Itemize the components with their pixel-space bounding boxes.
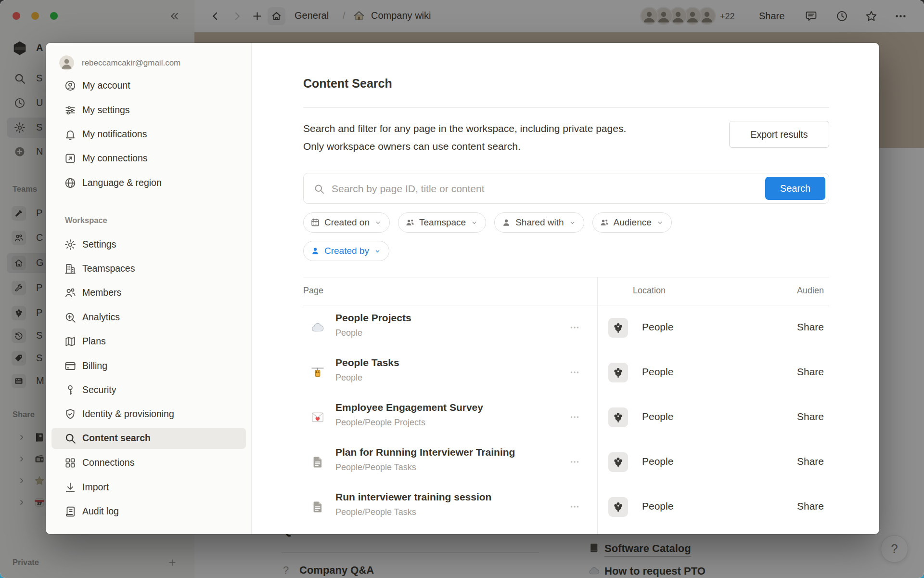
result-audience: Share [797, 321, 824, 333]
settings-nav-label: Import [82, 482, 109, 493]
search-button[interactable]: Search [765, 177, 825, 200]
filter-label: Teamspace [419, 217, 466, 228]
settings-nav-my-account[interactable]: My account [51, 75, 246, 96]
settings-nav-analytics[interactable]: Analytics [51, 307, 246, 328]
arrow-up-right-icon [64, 152, 77, 165]
settings-nav-import[interactable]: Import [51, 477, 246, 498]
row-more-options-icon[interactable] [567, 367, 582, 378]
settings-nav-label: Members [82, 287, 121, 298]
settings-nav-plans[interactable]: Plans [51, 331, 246, 352]
settings-nav-my-settings[interactable]: My settings [51, 100, 246, 121]
audit-icon [64, 505, 77, 518]
settings-nav-label: Analytics [82, 312, 120, 323]
row-more-options-icon[interactable] [567, 412, 582, 422]
cloud-icon [310, 320, 325, 335]
teamspace-tile [608, 407, 628, 427]
account-avatar [59, 55, 74, 70]
result-location: People [642, 366, 673, 378]
teamspace-tile [608, 497, 628, 517]
table-row[interactable]: People ProjectsPeoplePeopleShare [252, 305, 879, 350]
table-row[interactable]: Plan for Running Interviewer TrainingPeo… [252, 440, 879, 485]
teamspace-tile [608, 363, 628, 382]
teamspace-tile [608, 318, 628, 338]
settings-nav-identity-provisioning[interactable]: Identity & provisioning [51, 404, 246, 425]
people-fill-icon [600, 218, 609, 227]
table-row[interactable]: Employee Engagement SurveyPeople/People … [252, 395, 879, 440]
search-bar: Search [303, 173, 829, 204]
search-input[interactable] [331, 176, 756, 201]
analytics-icon [64, 311, 77, 324]
row-more-options-icon[interactable] [567, 501, 582, 512]
card-icon [64, 360, 77, 372]
chevron-down-icon [656, 219, 664, 226]
settings-nav-content-search[interactable]: Content search [51, 428, 246, 449]
result-page-title[interactable]: Plan for Running Interviewer Training [335, 447, 515, 458]
map-icon [64, 335, 77, 348]
settings-nav-label: Billing [82, 360, 107, 371]
result-page-title[interactable]: Employee Engagement Survey [335, 402, 483, 413]
settings-nav-security[interactable]: Security [51, 380, 246, 401]
settings-nav-audit-log[interactable]: Audit log [51, 501, 246, 522]
account-email: rebeccamcakir@gmail.com [82, 58, 180, 68]
settings-nav-label: Identity & provisioning [82, 408, 174, 420]
filter-chip-audience[interactable]: Audience [592, 212, 672, 233]
result-page-path: People [335, 373, 362, 383]
flower-icon [612, 500, 624, 513]
grid-icon [64, 457, 77, 469]
page-description: Search and filter for any page in the wo… [303, 119, 736, 155]
result-page-title[interactable]: Run interviewer training session [335, 491, 491, 503]
filter-chip-shared-with[interactable]: Shared with [494, 212, 584, 233]
settings-nav-label: My notifications [82, 129, 147, 140]
result-audience: Share [797, 366, 824, 378]
table-row[interactable]: People TasksPeoplePeopleShare [252, 350, 879, 395]
flower-icon [612, 366, 624, 379]
row-more-options-icon[interactable] [567, 322, 582, 333]
calendar-icon [310, 218, 320, 227]
column-header-page: Page [303, 286, 323, 296]
row-more-options-icon[interactable] [567, 457, 582, 467]
bell-icon [64, 128, 77, 141]
result-page-path: People [335, 328, 362, 338]
settings-nav-connections[interactable]: Connections [51, 452, 246, 473]
tram-icon [310, 365, 325, 380]
settings-nav-label: My connections [82, 153, 147, 164]
settings-nav-my-notifications[interactable]: My notifications [51, 124, 246, 145]
person-fill-icon [501, 218, 511, 227]
chevron-down-icon [471, 219, 478, 226]
settings-nav-billing[interactable]: Billing [51, 355, 246, 377]
filter-chip-created-on[interactable]: Created on [303, 212, 390, 233]
settings-nav-label: Teamspaces [82, 263, 135, 274]
result-page-title[interactable]: People Projects [335, 312, 411, 324]
result-audience: Share [797, 411, 824, 422]
settings-nav-members[interactable]: Members [51, 282, 246, 303]
settings-nav-label: Plans [82, 336, 106, 347]
shield-icon [64, 408, 77, 420]
import-icon [64, 481, 77, 494]
search-icon [313, 183, 325, 195]
table-top-border [303, 277, 829, 277]
sliders-icon [64, 104, 77, 117]
settings-modal: rebeccamcakir@gmail.com My accountMy set… [46, 43, 879, 534]
settings-nav-teamspaces[interactable]: Teamspaces [51, 258, 246, 279]
table-row[interactable]: Run interviewer training sessionPeople/P… [252, 485, 879, 529]
settings-nav-my-connections[interactable]: My connections [51, 148, 246, 169]
export-results-button[interactable]: Export results [729, 121, 829, 148]
result-location: People [642, 411, 673, 422]
chevron-down-icon [374, 219, 382, 226]
page-icon [310, 499, 325, 514]
result-location: People [642, 500, 673, 512]
column-header-audience: Audien [797, 286, 824, 296]
page-title: Content Search [303, 77, 392, 91]
settings-nav-settings[interactable]: Settings [51, 234, 246, 255]
filter-chip-created-by-active[interactable]: Created by [303, 241, 389, 261]
settings-nav-label: Settings [82, 239, 116, 250]
flower-icon [612, 321, 624, 334]
title-divider [303, 107, 829, 108]
settings-nav-language-region[interactable]: Language & region [51, 172, 246, 194]
settings-nav-label: Content search [82, 433, 151, 444]
result-location: People [642, 321, 673, 333]
result-page-title[interactable]: People Tasks [335, 357, 399, 368]
person-circle-icon [64, 79, 77, 92]
app-window: Q&A ? Company Q&A Software Catalog How t… [0, 0, 924, 578]
filter-chip-teamspace[interactable]: Teamspace [398, 212, 486, 233]
